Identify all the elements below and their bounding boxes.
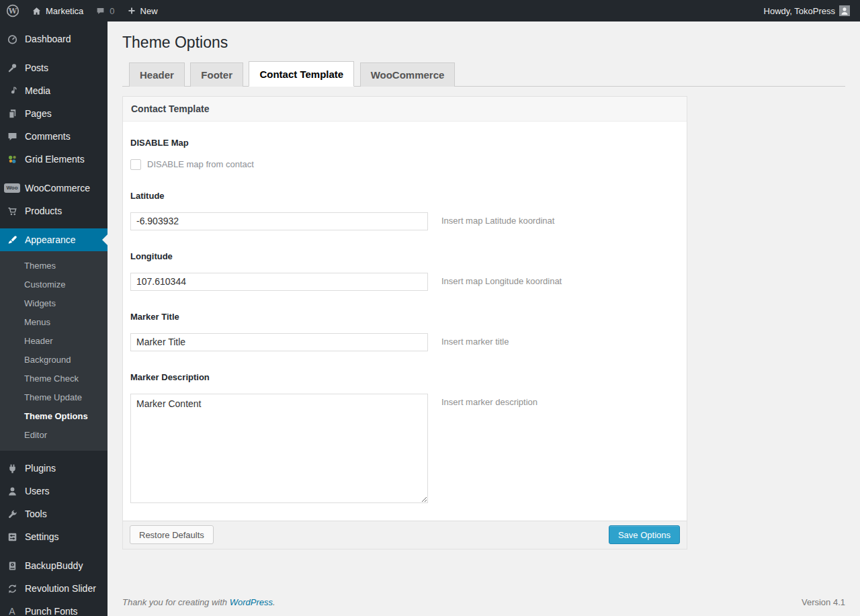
admin-content: Theme Options Header Footer Contact Temp… — [108, 21, 860, 616]
sidebar-item-appearance[interactable]: Appearance — [0, 228, 108, 251]
disable-map-checkbox[interactable] — [130, 159, 141, 170]
admin-bar: W Marketica 0 New Howdy, TokoPress — [0, 0, 860, 21]
user-icon — [5, 486, 19, 497]
restore-defaults-button[interactable]: Restore Defaults — [130, 525, 214, 544]
media-icon — [5, 85, 19, 97]
plug-icon — [5, 463, 19, 474]
comment-bubble-icon — [5, 131, 19, 142]
admin-sidebar: Dashboard Posts Media Pages Comments — [0, 21, 108, 616]
submenu-item-editor[interactable]: Editor — [0, 426, 108, 445]
submenu-item-theme-options[interactable]: Theme Options — [0, 407, 108, 426]
sidebar-item-comments[interactable]: Comments — [0, 125, 108, 148]
footer-thanks: Thank you for creating with WordPress. — [122, 597, 275, 607]
sidebar-item-revolution-slider[interactable]: Revolution Slider — [0, 577, 108, 600]
submenu-item-header[interactable]: Header — [0, 332, 108, 351]
backup-drive-icon — [5, 560, 19, 572]
site-name-menu[interactable]: Marketica — [26, 0, 89, 21]
new-content-menu[interactable]: New — [121, 0, 164, 21]
dashboard-icon — [5, 34, 19, 45]
admin-footer: Thank you for creating with WordPress. V… — [108, 597, 860, 616]
comments-menu[interactable]: 0 — [89, 0, 120, 21]
field-hint: Insert marker description — [441, 394, 538, 407]
sidebar-item-pages[interactable]: Pages — [0, 102, 108, 125]
field-label: Marker Title — [130, 312, 679, 322]
tab-footer[interactable]: Footer — [190, 62, 243, 87]
field-hint: Insert marker title — [441, 333, 509, 347]
field-marker-title: Marker Title Insert marker title — [130, 312, 679, 351]
field-longitude: Longitude Insert map Longitude koordinat — [130, 251, 679, 291]
panel-title: Contact Template — [123, 97, 687, 122]
home-icon — [32, 6, 42, 16]
submenu-item-widgets[interactable]: Widgets — [0, 294, 108, 313]
wrench-icon — [5, 509, 19, 520]
contact-template-panel: Contact Template DISABLE Map DISABLE map… — [122, 96, 687, 549]
field-label: Latitude — [130, 191, 679, 201]
appearance-submenu: Themes Customize Widgets Menus Header Ba… — [0, 251, 108, 451]
grid-elements-icon — [5, 154, 19, 165]
field-latitude: Latitude Insert map Latitude koordinat — [130, 191, 679, 230]
sidebar-item-punch-fonts[interactable]: A Punch Fonts — [0, 600, 108, 616]
version-text: Version 4.1 — [802, 597, 845, 607]
wordpress-logo-icon: W — [6, 4, 19, 17]
wordpress-link[interactable]: WordPress — [230, 597, 273, 607]
field-marker-description: Marker Description Marker Content Insert… — [130, 372, 679, 503]
sidebar-item-woocommerce[interactable]: Woo WooCommerce — [0, 177, 108, 200]
checkbox-label: DISABLE map from contact — [147, 159, 254, 169]
cart-icon — [5, 206, 19, 217]
wp-logo-menu[interactable]: W — [0, 0, 26, 21]
plus-icon — [127, 6, 136, 15]
submenu-item-themes[interactable]: Themes — [0, 257, 108, 275]
save-options-button[interactable]: Save Options — [609, 525, 680, 544]
sidebar-item-plugins[interactable]: Plugins — [0, 457, 108, 480]
new-label: New — [140, 6, 158, 16]
comments-bubble-icon — [95, 6, 105, 16]
field-disable-map: DISABLE Map DISABLE map from contact — [130, 138, 679, 170]
pin-icon — [5, 62, 19, 74]
panel-body: DISABLE Map DISABLE map from contact Lat… — [123, 122, 687, 521]
site-name: Marketica — [46, 6, 83, 16]
howdy-menu[interactable]: Howdy, TokoPress — [758, 0, 856, 21]
letter-a-icon: A — [5, 607, 19, 616]
sidebar-item-media[interactable]: Media — [0, 79, 108, 102]
brush-icon — [5, 234, 19, 246]
field-label: Longitude — [130, 251, 679, 261]
panel-footer: Restore Defaults Save Options — [123, 521, 687, 549]
sidebar-item-grid-elements[interactable]: Grid Elements — [0, 148, 108, 171]
comment-count: 0 — [110, 6, 114, 16]
page-title: Theme Options — [122, 33, 845, 53]
submenu-item-theme-check[interactable]: Theme Check — [0, 369, 108, 388]
howdy-text: Howdy, TokoPress — [764, 6, 835, 16]
tab-bar: Header Footer Contact Template WooCommer… — [122, 61, 845, 87]
pages-icon — [5, 108, 19, 120]
sidebar-item-dashboard[interactable]: Dashboard — [0, 28, 108, 50]
latitude-input[interactable] — [130, 212, 428, 230]
tab-header[interactable]: Header — [129, 62, 185, 87]
avatar — [839, 5, 850, 16]
woocommerce-icon: Woo — [5, 183, 19, 193]
settings-icon — [5, 531, 19, 543]
tab-contact-template[interactable]: Contact Template — [249, 61, 354, 87]
submenu-item-menus[interactable]: Menus — [0, 313, 108, 332]
sidebar-item-settings[interactable]: Settings — [0, 525, 108, 548]
sidebar-item-backupbuddy[interactable]: BackupBuddy — [0, 554, 108, 577]
field-label: DISABLE Map — [130, 138, 679, 148]
field-hint: Insert map Longitude koordinat — [441, 273, 562, 286]
field-hint: Insert map Latitude koordinat — [441, 212, 554, 226]
submenu-item-customize[interactable]: Customize — [0, 275, 108, 294]
submenu-item-background[interactable]: Background — [0, 351, 108, 369]
longitude-input[interactable] — [130, 273, 428, 291]
tab-woocommerce[interactable]: WooCommerce — [360, 62, 456, 87]
svg-text:W: W — [8, 7, 17, 15]
sidebar-item-products[interactable]: Products — [0, 200, 108, 222]
marker-description-textarea[interactable]: Marker Content — [130, 394, 428, 503]
refresh-arrows-icon — [5, 583, 19, 595]
submenu-item-theme-update[interactable]: Theme Update — [0, 388, 108, 407]
field-label: Marker Description — [130, 372, 679, 382]
sidebar-item-tools[interactable]: Tools — [0, 502, 108, 525]
sidebar-item-posts[interactable]: Posts — [0, 56, 108, 79]
sidebar-item-users[interactable]: Users — [0, 480, 108, 502]
marker-title-input[interactable] — [130, 333, 428, 351]
